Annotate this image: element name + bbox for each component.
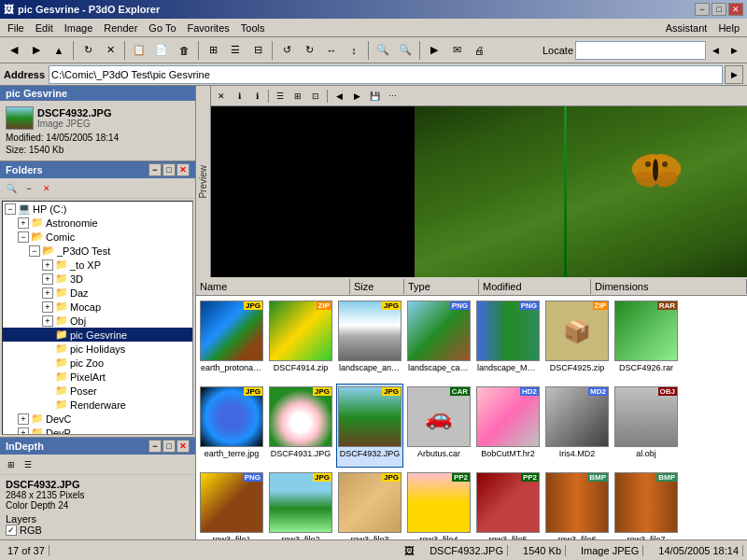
tree-item-toxp[interactable]: + 📁 _to XP: [3, 258, 192, 272]
preview-list-btn[interactable]: ☰: [272, 89, 289, 104]
menu-assistant[interactable]: Assistant: [660, 21, 713, 35]
toolbar-flip-h[interactable]: ↔: [321, 40, 342, 61]
address-go-button[interactable]: ▶: [725, 65, 743, 84]
tree-item-pic-gesvrine[interactable]: 📁 pic Gesvrine: [3, 328, 192, 342]
preview-info-btn[interactable]: ℹ: [231, 89, 247, 104]
tree-expand-toxp[interactable]: +: [42, 259, 53, 271]
tree-item-hp[interactable]: − 💻 HP (C:): [3, 202, 192, 216]
toolbar-delete[interactable]: 🗑: [174, 40, 194, 61]
locate-go-right[interactable]: ▶: [725, 41, 743, 60]
file-thumb-f3[interactable]: JPGlandscape_antartic_Wandell.jpg: [336, 298, 403, 382]
toolbar-paste[interactable]: 📄: [151, 40, 172, 61]
layer-rgb-checkbox[interactable]: ✓: [6, 525, 17, 536]
col-header-type[interactable]: Type: [404, 279, 479, 294]
col-header-modified[interactable]: Modified: [479, 279, 591, 294]
tree-view[interactable]: − 💻 HP (C:) + 📁 Astronomie − 📂 Comic − �: [2, 201, 193, 435]
tree-item-pic-holidays[interactable]: 📁 pic Holidays: [3, 342, 192, 356]
tree-item-devp[interactable]: + 📁 DevP: [3, 426, 192, 435]
preview-back-btn[interactable]: ◀: [331, 89, 347, 104]
menu-image[interactable]: Image: [59, 21, 99, 35]
file-thumb-f17[interactable]: JPGrow3_file3: [336, 469, 403, 539]
toolbar-flip-v[interactable]: ↕: [344, 40, 364, 61]
folders-search-btn[interactable]: 🔍: [3, 180, 20, 197]
tree-expand-hp[interactable]: −: [5, 203, 16, 215]
toolbar-copy[interactable]: 📋: [129, 40, 149, 61]
indepth-btn2[interactable]: ☰: [20, 456, 36, 473]
tree-item-pic-zoo[interactable]: 📁 pic Zoo: [3, 356, 192, 370]
folders-collapse-btn[interactable]: −: [21, 180, 37, 197]
tree-item-3d[interactable]: + 📁 3D: [3, 272, 192, 286]
file-thumb-f5[interactable]: PNGlandscape_Moneron_Island.png: [474, 298, 542, 382]
maximize-button[interactable]: □: [712, 3, 726, 16]
toolbar-slideshow[interactable]: ▶: [424, 40, 444, 61]
file-thumb-f18[interactable]: PP2row3_file4: [405, 469, 472, 539]
preview-grid-btn[interactable]: ⊞: [289, 89, 306, 104]
file-thumb-f14[interactable]: OBJal.obj: [613, 384, 680, 468]
file-thumb-f16[interactable]: JPGrow3_file2: [267, 469, 334, 539]
file-thumb-f20[interactable]: BMProw3_file6: [543, 469, 611, 539]
tree-item-comic[interactable]: − 📂 Comic: [3, 230, 192, 244]
menu-render[interactable]: Render: [98, 21, 143, 35]
tree-expand-3d[interactable]: +: [42, 273, 53, 285]
file-thumb-f6[interactable]: 📦ZIPDSCF4925.zip: [543, 298, 611, 382]
tree-expand-mocap[interactable]: +: [42, 301, 53, 313]
tree-expand-daz[interactable]: +: [42, 287, 53, 299]
tree-item-renderware[interactable]: 📁 Renderware: [3, 398, 192, 412]
menu-goto[interactable]: Go To: [143, 21, 181, 35]
file-thumb-f7[interactable]: RARDSCF4926.rar: [613, 298, 680, 382]
toolbar-print[interactable]: 🖨: [469, 40, 489, 61]
preview-save-btn[interactable]: 💾: [366, 89, 383, 104]
locate-input[interactable]: [575, 41, 706, 60]
tree-expand-comic[interactable]: −: [18, 231, 29, 243]
tree-expand-devc[interactable]: +: [18, 413, 29, 425]
folders-minimize-btn[interactable]: −: [148, 163, 162, 176]
address-input[interactable]: [49, 65, 723, 84]
toolbar-view3[interactable]: ⊟: [247, 40, 268, 61]
toolbar-view2[interactable]: ☰: [225, 40, 246, 61]
tree-item-daz[interactable]: + 📁 Daz: [3, 286, 192, 300]
menu-file[interactable]: File: [2, 21, 30, 35]
menu-edit[interactable]: Edit: [30, 21, 59, 35]
tree-item-poser[interactable]: 📁 Poser: [3, 384, 192, 398]
col-header-name[interactable]: Name: [196, 279, 350, 294]
menu-tools[interactable]: Tools: [235, 21, 271, 35]
toolbar-zoom-out[interactable]: 🔍: [395, 40, 416, 61]
tree-item-mocap[interactable]: + 📁 Mocap: [3, 300, 192, 314]
preview-forward-btn[interactable]: ▶: [348, 89, 365, 104]
minimize-button[interactable]: −: [695, 3, 710, 16]
menu-favorites[interactable]: Favorites: [182, 21, 235, 35]
file-thumb-f8[interactable]: JPGearth_terre.jpg: [198, 384, 265, 468]
file-thumb-f10[interactable]: JPGDSCF4932.JPG: [336, 384, 403, 468]
file-thumb-f9[interactable]: JPGDSCF4931.JPG: [267, 384, 334, 468]
indepth-minimize-btn[interactable]: −: [148, 440, 162, 453]
toolbar-rotate-left[interactable]: ↺: [276, 40, 297, 61]
toolbar-send[interactable]: ✉: [446, 40, 467, 61]
preview-info2-btn[interactable]: ℹ: [248, 89, 265, 104]
toolbar-back[interactable]: ◀: [4, 40, 24, 61]
tree-item-obj[interactable]: + 📁 Obj: [3, 314, 192, 328]
toolbar-forward[interactable]: ▶: [26, 40, 47, 61]
col-header-dimensions[interactable]: Dimensions: [591, 279, 747, 294]
file-thumb-f1[interactable]: JPGearth_protonaurora_image_big.jpeg: [198, 298, 265, 382]
file-thumb-f15[interactable]: PNGrow3_file1: [198, 469, 265, 539]
indepth-btn1[interactable]: ⊞: [3, 456, 20, 473]
file-thumb-f11[interactable]: 🚗CARArbutus.car: [405, 384, 472, 468]
folders-delete-btn[interactable]: ✕: [38, 180, 55, 197]
tree-item-pixelart[interactable]: 📁 PixelArt: [3, 370, 192, 384]
indepth-maximize-btn[interactable]: □: [162, 440, 176, 453]
toolbar-up[interactable]: ▲: [49, 40, 69, 61]
preview-fit-btn[interactable]: ⊡: [307, 89, 324, 104]
file-thumb-f2[interactable]: ZIPDSCF4914.zip: [267, 298, 334, 382]
preview-more-btn[interactable]: ⋯: [384, 89, 401, 104]
col-header-size[interactable]: Size: [350, 279, 404, 294]
tree-expand-p3do[interactable]: −: [29, 245, 40, 257]
toolbar-view1[interactable]: ⊞: [203, 40, 223, 61]
locate-go-left[interactable]: ◀: [706, 41, 725, 60]
file-thumb-f21[interactable]: BMProw3_file7: [613, 469, 680, 539]
toolbar-rotate-right[interactable]: ↻: [299, 40, 319, 61]
file-thumb-f4[interactable]: PNGlandscape_canary_la palma.png: [405, 298, 472, 382]
file-thumb-f13[interactable]: MD2Iris4.MD2: [543, 384, 611, 468]
menu-help[interactable]: Help: [712, 21, 745, 35]
toolbar-stop[interactable]: ✕: [100, 40, 120, 61]
file-thumb-f12[interactable]: HD2BobCutMT.hr2: [474, 384, 542, 468]
